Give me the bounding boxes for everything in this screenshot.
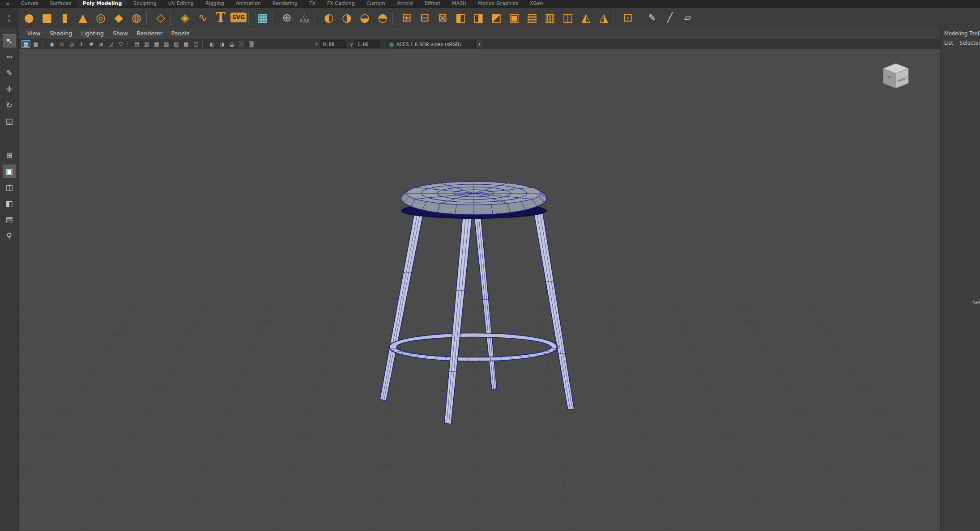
tab-rigging[interactable]: Rigging: [200, 0, 230, 7]
gamma-icon[interactable]: γ: [350, 41, 353, 47]
motion-blur-icon[interactable]: ◐: [208, 40, 217, 48]
toolkit-menu-list[interactable]: List: [944, 40, 953, 46]
tab-poly-modeling[interactable]: Poly Modeling: [77, 0, 128, 7]
viewport[interactable]: LEFT FRONT: [19, 49, 940, 531]
tab-rendering[interactable]: Rendering: [267, 0, 303, 7]
ui-display-icon[interactable]: ▦: [254, 9, 272, 27]
main-menu-icon[interactable]: ≡: [0, 1, 15, 6]
tab-animation[interactable]: Animation: [230, 0, 267, 7]
tab-motion-graphics[interactable]: Motion Graphics: [472, 0, 524, 7]
use-all-lights-icon[interactable]: ▨: [172, 40, 181, 48]
poly-disc-icon[interactable]: ◍: [128, 9, 145, 27]
scene-svg[interactable]: [19, 49, 940, 531]
resolution-gate-icon[interactable]: ◎: [67, 40, 76, 48]
tab-fx[interactable]: FX: [303, 0, 321, 7]
super-ellipse-icon[interactable]: ◈: [176, 9, 194, 27]
lasso-select-tool[interactable]: ∾: [3, 50, 16, 64]
toolkit-menu-selected[interactable]: Selected: [959, 40, 980, 46]
tab-arnold[interactable]: Arnold: [391, 0, 419, 7]
panel-menu-show[interactable]: Show: [108, 30, 132, 37]
boolean-difference-icon[interactable]: ⊟: [416, 9, 434, 27]
panel-menu-shading[interactable]: Shading: [45, 30, 77, 37]
bridge-icon[interactable]: ◫: [559, 9, 577, 27]
screen-space-ao-icon[interactable]: ◫: [192, 40, 200, 48]
colorspace-dropdown[interactable]: ◍ ACES 1.0 SDR-video (sRGB) ▾: [386, 40, 483, 48]
tab-custom[interactable]: Custom: [361, 0, 391, 7]
tab-mash[interactable]: MASH: [446, 0, 472, 7]
quad-draw-icon[interactable]: ✎: [643, 9, 661, 27]
tab-curves[interactable]: Curves: [15, 0, 44, 7]
poly-torus-icon[interactable]: ◎: [92, 9, 110, 27]
xray-icon[interactable]: ░: [237, 40, 246, 48]
tab-sculpting[interactable]: Sculpting: [128, 0, 162, 7]
relax-tool-icon[interactable]: ◒: [356, 9, 374, 27]
xray-joints-icon[interactable]: ▒: [247, 40, 256, 48]
select-tool[interactable]: ↖: [3, 34, 16, 47]
boolean-union-icon[interactable]: ⊞: [398, 9, 416, 27]
camera-attrs-icon[interactable]: ▽: [116, 40, 125, 48]
append-polygon-icon[interactable]: ▥: [541, 9, 559, 27]
type-tool-icon[interactable]: T: [212, 9, 230, 27]
layout-two-pane[interactable]: ◫: [3, 181, 16, 194]
panel-menu-renderer[interactable]: Renderer: [132, 30, 167, 37]
combine-icon[interactable]: ◧: [452, 9, 469, 27]
extrude-icon[interactable]: ◮: [595, 9, 613, 27]
target-weld-icon[interactable]: ▱: [679, 9, 697, 27]
fill-hole-icon[interactable]: ▣: [505, 9, 523, 27]
move-tool[interactable]: ✛: [3, 82, 16, 96]
poly-sphere-icon[interactable]: ●: [20, 9, 38, 27]
textured-icon[interactable]: ▧: [162, 40, 171, 48]
layout-four-view[interactable]: ⊞: [3, 149, 16, 162]
layout-single-persp[interactable]: ▣: [3, 165, 16, 178]
grease-pencil-icon[interactable]: ▩: [31, 40, 40, 48]
extract-icon[interactable]: ◩: [487, 9, 505, 27]
bevel-icon[interactable]: ◭: [577, 9, 595, 27]
view-cube[interactable]: LEFT FRONT: [878, 61, 912, 91]
multisample-icon[interactable]: ◑: [217, 40, 226, 48]
stool-wireframe-model[interactable]: [380, 182, 574, 424]
shaded-icon[interactable]: ▥: [142, 40, 151, 48]
tab-fx-caching[interactable]: FX Caching: [321, 0, 361, 7]
poly-cube-icon[interactable]: ■: [38, 9, 56, 27]
layout-three-pane[interactable]: ◧: [3, 197, 16, 210]
multi-cut-icon[interactable]: ╱: [661, 9, 679, 27]
zoom-layout[interactable]: ⚲: [3, 229, 16, 242]
panel-menu-panels[interactable]: Panels: [167, 30, 194, 37]
poly-plane-icon[interactable]: ◆: [110, 9, 128, 27]
paint-select-tool[interactable]: ✎: [3, 66, 16, 80]
scale-tool[interactable]: ◱: [3, 115, 16, 128]
safe-action-icon[interactable]: ≋: [97, 40, 106, 48]
snap-origin-icon[interactable]: ∴ 0,0,0: [296, 9, 314, 27]
boolean-intersect-icon[interactable]: ⊠: [434, 9, 452, 27]
wireframe-icon[interactable]: ▤: [132, 40, 141, 48]
tab-xgen[interactable]: XGen: [524, 0, 549, 7]
svg-tool-icon[interactable]: SVG: [230, 9, 247, 27]
shadows-icon[interactable]: ▩: [182, 40, 191, 48]
tab-bifrost[interactable]: Bifrost: [418, 0, 446, 7]
field-chart-icon[interactable]: ⊙: [57, 40, 66, 48]
tab-uv-editing[interactable]: UV Editing: [162, 0, 200, 7]
layout-outliner-persp[interactable]: ▤: [3, 213, 16, 226]
panel-menu-lighting[interactable]: Lighting: [77, 30, 108, 37]
panel-menu-view[interactable]: View: [23, 30, 45, 37]
mirror-icon[interactable]: ⊡: [619, 9, 637, 27]
pinch-tool-icon[interactable]: ◓: [374, 9, 392, 27]
gamma-field[interactable]: 1.00: [354, 40, 380, 48]
smooth-mesh-icon[interactable]: ▤: [523, 9, 541, 27]
tab-surfaces[interactable]: Surfaces: [44, 0, 77, 7]
platonic-solid-icon[interactable]: ◇: [152, 9, 170, 27]
helix-icon[interactable]: ∿: [194, 9, 212, 27]
rotate-tool[interactable]: ↻: [3, 98, 16, 112]
smooth-tool-icon[interactable]: ◑: [338, 9, 356, 27]
poly-cylinder-icon[interactable]: ▮: [56, 9, 74, 27]
gate-mask-icon[interactable]: ✛: [77, 40, 86, 48]
isolate-select-icon[interactable]: ◉: [47, 40, 56, 48]
separate-icon[interactable]: ◨: [469, 9, 487, 27]
exposure-icon[interactable]: ☼: [314, 41, 319, 47]
shelf-tab-toggle[interactable]: ▴ ▾: [0, 8, 18, 28]
depth-of-field-icon[interactable]: ◒: [227, 40, 236, 48]
exposure-field[interactable]: 0.00: [320, 40, 346, 48]
live-surface-icon[interactable]: ⊕: [278, 9, 296, 27]
safe-title-icon[interactable]: ◿: [107, 40, 115, 48]
select-camera-icon[interactable]: ▦: [21, 40, 30, 48]
